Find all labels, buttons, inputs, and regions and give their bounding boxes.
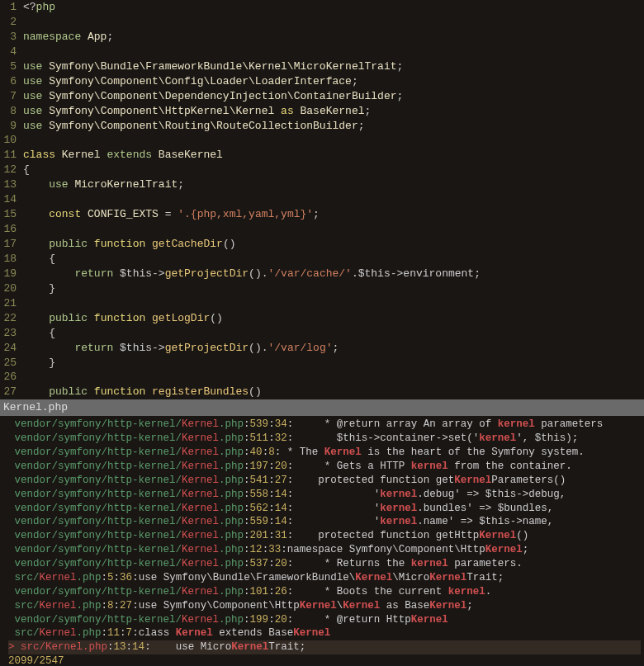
- code-content[interactable]: {: [23, 326, 55, 341]
- code-content[interactable]: public function registerBundles(): [23, 385, 262, 399]
- code-line[interactable]: 27 public function registerBundles(): [0, 385, 644, 399]
- code-line[interactable]: 23 {: [0, 326, 644, 341]
- line-number: 8: [0, 104, 23, 119]
- search-result-row[interactable]: vendor/symfony/http-kernel/Kernel.php:19…: [8, 613, 641, 627]
- search-result-row[interactable]: vendor/symfony/http-kernel/Kernel.php:19…: [8, 460, 641, 474]
- search-result-row[interactable]: vendor/symfony/http-kernel/Kernel.php:55…: [8, 488, 641, 502]
- search-result-row[interactable]: vendor/symfony/http-kernel/Kernel.php:53…: [8, 418, 641, 432]
- code-content[interactable]: {: [23, 163, 30, 177]
- line-number: 15: [0, 207, 23, 222]
- code-line[interactable]: 13 use MicroKernelTrait;: [0, 177, 644, 192]
- line-number: 11: [0, 148, 23, 163]
- line-number: 4: [0, 45, 23, 59]
- code-line[interactable]: 17 public function getCacheDir(): [0, 237, 644, 252]
- line-number: 24: [0, 341, 23, 356]
- search-results-panel[interactable]: vendor/symfony/http-kernel/Kernel.php:53…: [0, 416, 644, 654]
- code-content[interactable]: const CONFIG_EXTS = '.{php,xml,yaml,yml}…: [23, 207, 320, 222]
- line-number: 2: [0, 15, 23, 30]
- code-content[interactable]: namespace App;: [23, 30, 113, 45]
- code-line[interactable]: 26: [0, 370, 644, 385]
- file-name-bar: Kernel.php: [0, 399, 644, 416]
- line-number: 20: [0, 281, 23, 296]
- code-content[interactable]: public function getLogDir(): [23, 311, 223, 326]
- code-line[interactable]: 9use Symfony\Component\Routing\RouteColl…: [0, 119, 644, 134]
- search-result-row[interactable]: vendor/symfony/http-kernel/Kernel.php:12…: [8, 543, 641, 557]
- search-result-row[interactable]: src/Kernel.php:5:36:use Symfony\Bundle\F…: [8, 571, 641, 585]
- code-line[interactable]: 7use Symfony\Component\DependencyInjecti…: [0, 89, 644, 104]
- code-line[interactable]: 21: [0, 296, 644, 311]
- line-number: 1: [0, 0, 23, 15]
- search-result-row[interactable]: vendor/symfony/http-kernel/Kernel.php:10…: [8, 585, 641, 599]
- code-line[interactable]: 3namespace App;: [0, 30, 644, 45]
- search-result-row[interactable]: vendor/symfony/http-kernel/Kernel.php:54…: [8, 474, 641, 488]
- code-line[interactable]: 5use Symfony\Bundle\FrameworkBundle\Kern…: [0, 59, 644, 74]
- code-line[interactable]: 4: [0, 45, 644, 59]
- search-result-row[interactable]: vendor/symfony/http-kernel/Kernel.php:51…: [8, 432, 641, 446]
- code-line[interactable]: 6use Symfony\Component\Config\Loader\Loa…: [0, 74, 644, 89]
- line-number: 22: [0, 311, 23, 326]
- code-content[interactable]: public function getCacheDir(): [23, 237, 235, 252]
- code-content[interactable]: {: [23, 252, 55, 267]
- search-result-row[interactable]: vendor/symfony/http-kernel/Kernel.php:20…: [8, 529, 641, 543]
- line-number: 26: [0, 370, 23, 385]
- code-line[interactable]: 15 const CONFIG_EXTS = '.{php,xml,yaml,y…: [0, 207, 644, 222]
- line-number: 27: [0, 385, 23, 399]
- code-line[interactable]: 12{: [0, 163, 644, 177]
- code-content[interactable]: }: [23, 281, 55, 296]
- code-line[interactable]: 16: [0, 222, 644, 237]
- line-number: 14: [0, 192, 23, 207]
- line-number: 3: [0, 30, 23, 45]
- code-line[interactable]: 20 }: [0, 281, 644, 296]
- code-content[interactable]: <?php: [23, 0, 55, 15]
- search-result-row[interactable]: src/Kernel.php:8:27:use Symfony\Componen…: [8, 599, 641, 613]
- line-number: 23: [0, 326, 23, 341]
- line-number: 19: [0, 267, 23, 281]
- line-number: 9: [0, 119, 23, 134]
- code-content[interactable]: use Symfony\Component\Routing\RouteColle…: [23, 119, 365, 134]
- code-line[interactable]: 22 public function getLogDir(): [0, 311, 644, 326]
- line-number: 13: [0, 177, 23, 192]
- code-content[interactable]: use Symfony\Component\Config\Loader\Load…: [23, 74, 358, 89]
- code-line[interactable]: 14: [0, 192, 644, 207]
- code-content[interactable]: use Symfony\Component\HttpKernel\Kernel …: [23, 104, 371, 119]
- line-number: 16: [0, 222, 23, 237]
- code-line[interactable]: 1<?php: [0, 0, 644, 15]
- line-number: 5: [0, 59, 23, 74]
- code-editor[interactable]: 1<?php23namespace App;45use Symfony\Bund…: [0, 0, 644, 399]
- code-line[interactable]: 18 {: [0, 252, 644, 267]
- search-result-row[interactable]: vendor/symfony/http-kernel/Kernel.php:40…: [8, 446, 641, 460]
- search-result-selected[interactable]: > src/Kernel.php:13:14: use MicroKernelT…: [8, 640, 641, 654]
- line-number: 17: [0, 237, 23, 252]
- code-content[interactable]: return $this->getProjectDir().'/var/cach…: [23, 267, 481, 281]
- line-number: 21: [0, 296, 23, 311]
- code-line[interactable]: 10: [0, 133, 644, 148]
- line-number: 12: [0, 163, 23, 177]
- search-result-row[interactable]: src/Kernel.php:11:7:class Kernel extends…: [8, 626, 641, 640]
- code-content[interactable]: }: [23, 356, 55, 371]
- line-number: 25: [0, 356, 23, 371]
- code-content[interactable]: use MicroKernelTrait;: [23, 177, 184, 192]
- code-line[interactable]: 19 return $this->getProjectDir().'/var/c…: [0, 267, 644, 281]
- code-content[interactable]: use Symfony\Component\DependencyInjectio…: [23, 89, 403, 104]
- code-line[interactable]: 11class Kernel extends BaseKernel: [0, 148, 644, 163]
- line-number: 7: [0, 89, 23, 104]
- search-result-row[interactable]: vendor/symfony/http-kernel/Kernel.php:53…: [8, 557, 641, 571]
- line-number: 10: [0, 133, 23, 148]
- code-content[interactable]: return $this->getProjectDir().'/var/log'…: [23, 341, 339, 356]
- code-line[interactable]: 2: [0, 15, 644, 30]
- code-line[interactable]: 24 return $this->getProjectDir().'/var/l…: [0, 341, 644, 356]
- line-number: 6: [0, 74, 23, 89]
- code-content[interactable]: class Kernel extends BaseKernel: [23, 148, 223, 163]
- line-number: 18: [0, 252, 23, 267]
- code-line[interactable]: 25 }: [0, 356, 644, 371]
- search-result-row[interactable]: vendor/symfony/http-kernel/Kernel.php:56…: [8, 502, 641, 516]
- code-line[interactable]: 8use Symfony\Component\HttpKernel\Kernel…: [0, 104, 644, 119]
- result-counter: 2099/2547: [0, 654, 644, 666]
- search-result-row[interactable]: vendor/symfony/http-kernel/Kernel.php:55…: [8, 515, 641, 529]
- code-content[interactable]: use Symfony\Bundle\FrameworkBundle\Kerne…: [23, 59, 403, 74]
